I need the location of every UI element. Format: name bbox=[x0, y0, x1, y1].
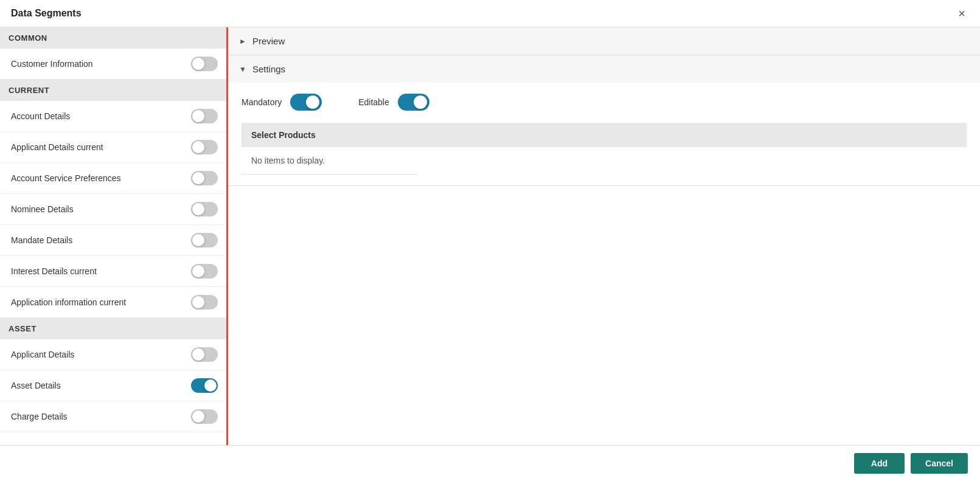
toggle-thumb bbox=[192, 265, 204, 277]
sidebar-toggle[interactable] bbox=[191, 264, 218, 279]
mandatory-toggle-thumb bbox=[306, 95, 319, 109]
sidebar-item: Charge Details bbox=[0, 401, 226, 432]
toggle-thumb bbox=[192, 234, 204, 246]
editable-label: Editable bbox=[358, 97, 389, 107]
sidebar-item: Applicant Details current bbox=[0, 132, 226, 163]
sidebar-toggle[interactable] bbox=[191, 140, 218, 154]
select-products-section: Select Products No items to display. bbox=[242, 123, 967, 175]
mandatory-label: Mandatory bbox=[242, 97, 282, 107]
sidebar-item: Customer Information bbox=[0, 49, 226, 80]
settings-section: ▼ Settings Mandatory bbox=[228, 55, 980, 186]
sidebar-item: Application information current bbox=[0, 287, 226, 318]
mandatory-toggle[interactable] bbox=[290, 94, 322, 111]
sidebar-toggle[interactable] bbox=[191, 171, 218, 185]
toggle-track bbox=[191, 378, 218, 393]
toggle-thumb bbox=[192, 172, 204, 184]
toggle-track bbox=[191, 264, 218, 279]
toggle-thumb bbox=[192, 348, 204, 361]
sidebar-item-label: Application information current bbox=[11, 297, 126, 307]
sidebar-toggle[interactable] bbox=[191, 347, 218, 362]
sidebar-item-label: Charge Details bbox=[11, 412, 68, 421]
modal-header: Data Segments × bbox=[0, 0, 980, 27]
sidebar-toggle[interactable] bbox=[191, 109, 218, 123]
sidebar-item: Nominee Details bbox=[0, 194, 226, 225]
sidebar-group-current: CURRENT bbox=[0, 80, 226, 101]
settings-row: Mandatory Editable bbox=[242, 94, 967, 111]
sidebar: COMMONCustomer InformationCURRENTAccount… bbox=[0, 27, 228, 445]
settings-body: Mandatory Editable bbox=[228, 83, 980, 185]
content-area: ► Preview ▼ Settings Mandatory bbox=[228, 27, 980, 445]
sidebar-toggle[interactable] bbox=[191, 202, 218, 216]
select-products-header: Select Products bbox=[242, 123, 967, 147]
sidebar-item-label: Nominee Details bbox=[11, 204, 74, 214]
sidebar-item-label: Account Details bbox=[11, 111, 70, 121]
toggle-track bbox=[191, 409, 218, 424]
sidebar-item: Account Details bbox=[0, 101, 226, 132]
modal-footer: Add Cancel bbox=[0, 445, 980, 481]
toggle-track bbox=[191, 233, 218, 247]
editable-toggle-track bbox=[398, 94, 429, 111]
toggle-thumb bbox=[192, 58, 204, 70]
editable-toggle-thumb bbox=[414, 95, 427, 109]
modal: Data Segments × COMMONCustomer Informati… bbox=[0, 0, 980, 481]
sidebar-item-label: Account Service Preferences bbox=[11, 173, 121, 183]
sidebar-toggle[interactable] bbox=[191, 378, 218, 393]
close-button[interactable]: × bbox=[954, 6, 969, 21]
cancel-button[interactable]: Cancel bbox=[911, 453, 968, 474]
sidebar-toggle[interactable] bbox=[191, 295, 218, 310]
add-button[interactable]: Add bbox=[854, 453, 905, 474]
sidebar-item-label: Interest Details current bbox=[11, 266, 97, 276]
no-items-text: No items to display. bbox=[242, 147, 418, 175]
sidebar-item: Interest Details current bbox=[0, 256, 226, 287]
sidebar-item: Asset Details bbox=[0, 370, 226, 401]
toggle-thumb bbox=[192, 296, 204, 308]
preview-header[interactable]: ► Preview bbox=[228, 27, 980, 55]
toggle-track bbox=[191, 140, 218, 154]
toggle-track bbox=[191, 295, 218, 310]
settings-label: Settings bbox=[252, 64, 285, 74]
toggle-track bbox=[191, 57, 218, 71]
sidebar-item: Account Service Preferences bbox=[0, 163, 226, 194]
editable-toggle[interactable] bbox=[398, 94, 429, 111]
sidebar-item-label: Asset Details bbox=[11, 381, 61, 390]
toggle-thumb bbox=[192, 203, 204, 215]
toggle-thumb bbox=[192, 410, 204, 423]
editable-setting: Editable bbox=[358, 94, 429, 111]
toggle-track bbox=[191, 171, 218, 185]
sidebar-item-label: Customer Information bbox=[11, 59, 93, 69]
modal-body: COMMONCustomer InformationCURRENTAccount… bbox=[0, 27, 980, 445]
preview-section: ► Preview bbox=[228, 27, 980, 55]
modal-title: Data Segments bbox=[11, 8, 82, 19]
preview-label: Preview bbox=[252, 36, 285, 46]
toggle-track bbox=[191, 347, 218, 362]
toggle-thumb bbox=[192, 110, 204, 122]
sidebar-group-asset: ASSET bbox=[0, 318, 226, 339]
preview-arrow-icon: ► bbox=[239, 37, 246, 46]
settings-header[interactable]: ▼ Settings bbox=[228, 55, 980, 83]
sidebar-toggle[interactable] bbox=[191, 233, 218, 247]
sidebar-item-label: Mandate Details bbox=[11, 235, 72, 245]
sidebar-item: Mandate Details bbox=[0, 225, 226, 256]
mandatory-setting: Mandatory bbox=[242, 94, 322, 111]
settings-arrow-icon: ▼ bbox=[239, 65, 246, 74]
toggle-thumb bbox=[204, 379, 217, 392]
sidebar-toggle[interactable] bbox=[191, 57, 218, 71]
toggle-thumb bbox=[192, 141, 204, 153]
toggle-track bbox=[191, 202, 218, 216]
sidebar-toggle[interactable] bbox=[191, 409, 218, 424]
sidebar-group-common: COMMON bbox=[0, 27, 226, 49]
mandatory-toggle-track bbox=[290, 94, 322, 111]
sidebar-item-label: Applicant Details current bbox=[11, 142, 103, 152]
sidebar-item: Applicant Details bbox=[0, 339, 226, 370]
toggle-track bbox=[191, 109, 218, 123]
sidebar-item-label: Applicant Details bbox=[11, 350, 74, 359]
